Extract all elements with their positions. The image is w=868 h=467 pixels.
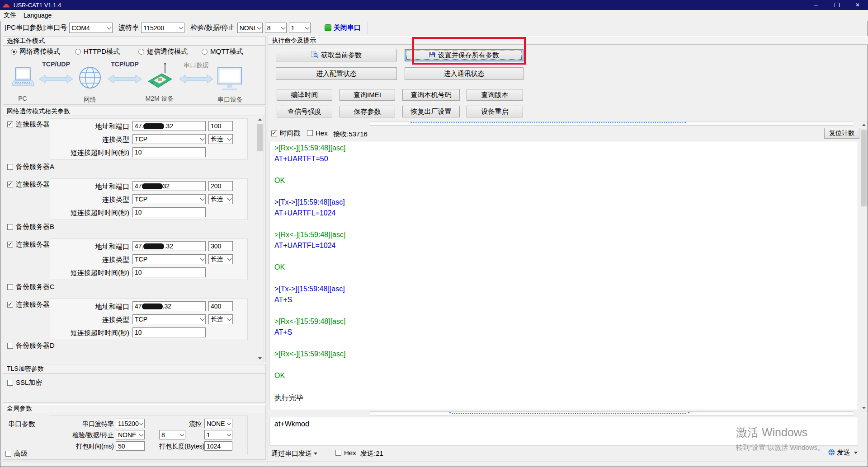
server-c-timeout-input[interactable]: 10	[132, 267, 206, 277]
pc-laptop-icon	[11, 67, 34, 94]
menu-file[interactable]: 文件	[0, 11, 20, 19]
server-b-type-select[interactable]: TCP	[132, 194, 206, 204]
conn-type-label: 连接类型	[50, 256, 129, 264]
stopbits-select[interactable]: 1	[289, 23, 311, 33]
left-panel-scrollbar[interactable]	[256, 116, 264, 362]
toolbar-separator	[368, 23, 368, 33]
com-port-select[interactable]: COM4	[69, 23, 113, 33]
scrollbar-thumb[interactable]	[861, 130, 867, 206]
chevron-down-icon	[200, 196, 205, 201]
checkbox-timestamp[interactable]: 时间戳	[271, 129, 300, 138]
checkbox-ssl[interactable]: SSL加密	[7, 378, 42, 387]
server-b-timeout-input[interactable]: 10	[132, 207, 206, 217]
global-databits-select[interactable]: 8	[159, 430, 185, 439]
server-a-type-select[interactable]: TCP	[132, 134, 206, 144]
global-parity-select[interactable]: NONE	[116, 430, 145, 439]
scrollbar-thumb[interactable]	[257, 124, 263, 151]
menu-language[interactable]: Language	[20, 12, 55, 19]
log-scrollbar[interactable]	[860, 121, 868, 412]
server-a-timeout-input[interactable]: 10	[132, 147, 206, 157]
server-d-port-input[interactable]: 400	[208, 301, 233, 311]
checkbox-connect-server-c[interactable]: 连接服务器C	[7, 240, 55, 249]
pack-length-label: 打包长度(Bytes)	[159, 443, 203, 451]
query-phone-number-button[interactable]: 查询本机号码	[402, 89, 460, 101]
enter-comm-state-button[interactable]: 进入通讯状态	[405, 67, 524, 80]
server-b-conn-mode-select[interactable]: 长连	[208, 194, 233, 204]
checkbox-connect-server-a[interactable]: 连接服务器A	[7, 120, 54, 129]
checkbox-backup-server-c[interactable]: 备份服务器C	[7, 283, 55, 291]
device-restart-button[interactable]: 设备重启	[467, 106, 523, 117]
checkbox-backup-server-a[interactable]: 备份服务器A	[7, 163, 54, 171]
server-d-type-select[interactable]: TCP	[132, 314, 206, 324]
checkbox-connect-server-d[interactable]: 连接服务器D	[7, 300, 55, 309]
log-output[interactable]: >[Rx<-][15:59:48][asc] AT+UARTFT=50 OK >…	[269, 141, 858, 410]
server-d-conn-mode-select[interactable]: 长连	[208, 314, 233, 324]
title-bar: USR-CAT1 V1.1.4 ✕	[0, 0, 868, 10]
checkbox-advanced[interactable]: 高级	[5, 449, 28, 458]
checkbox-log-hex[interactable]: Hex	[307, 129, 328, 137]
close-button[interactable]: ✕	[847, 0, 868, 10]
radio-httpd-mode[interactable]: HTTPD模式	[75, 47, 120, 56]
compile-time-button[interactable]: 编译时间	[277, 89, 332, 101]
radio-mqtt-mode[interactable]: MQTT模式	[202, 47, 243, 56]
query-version-button[interactable]: 查询版本	[467, 89, 523, 101]
scroll-up-icon[interactable]	[256, 116, 263, 123]
send-via-serial-button[interactable]: 通过串口发送	[271, 449, 317, 458]
checkbox-send-hex[interactable]: Hex	[335, 449, 356, 457]
server-d-address-input[interactable]: 47.32	[132, 301, 206, 311]
parity-select[interactable]: NONI	[237, 23, 263, 33]
log-line: OK	[274, 177, 853, 187]
minimize-button[interactable]	[806, 0, 826, 10]
scroll-down-icon[interactable]	[256, 355, 263, 362]
close-port-button[interactable]: 关闭串口	[334, 23, 361, 32]
link-label-serial-data: 串口数据	[177, 61, 215, 70]
global-stopbits-select[interactable]: 1	[204, 430, 232, 439]
enter-config-state-button[interactable]: 进入配置状态	[276, 67, 397, 80]
chevron-down-icon	[139, 420, 144, 425]
server-b-port-input[interactable]: 200	[208, 181, 233, 191]
server-b-address-input[interactable]: 4732	[132, 181, 206, 191]
databits-select[interactable]: 8	[265, 23, 287, 33]
get-current-params-button[interactable]: 获取当前参数	[276, 49, 397, 61]
pack-time-input[interactable]: 50	[116, 441, 145, 451]
query-signal-button[interactable]: 查信号强度	[277, 106, 332, 117]
server-c-type-select[interactable]: TCP	[132, 254, 206, 264]
checkbox-backup-server-d[interactable]: 备份服务器D	[7, 341, 55, 350]
scroll-down-icon[interactable]	[860, 405, 867, 411]
checkbox-connect-server-b[interactable]: 连接服务器B	[7, 180, 54, 189]
flow-control-select[interactable]: NONE	[204, 419, 232, 428]
server-a-conn-mode-select[interactable]: 长连	[208, 134, 233, 144]
server-a-address-input[interactable]: 47..32	[132, 121, 206, 131]
baud-select[interactable]: 115200	[141, 23, 184, 33]
server-a-port-input[interactable]: 100	[208, 121, 233, 131]
ip-redaction	[142, 183, 163, 189]
scroll-up-icon[interactable]	[860, 121, 867, 128]
window-title: USR-CAT1 V1.1.4	[14, 2, 61, 9]
sent-counter: 发送:21	[360, 449, 383, 458]
reset-counter-button[interactable]: 复位计数	[824, 128, 859, 139]
factory-reset-button[interactable]: 恢复出厂设置	[402, 106, 460, 117]
chevron-down-icon	[107, 25, 112, 29]
menu-bar: 文件 Language	[0, 10, 868, 21]
chevron-down-icon	[139, 432, 144, 436]
query-imei-button[interactable]: 查询IMEI	[340, 89, 395, 101]
maximize-button[interactable]	[826, 0, 847, 10]
server-c-address-input[interactable]: 47..32	[132, 241, 206, 251]
pack-length-input[interactable]: 1024	[204, 441, 232, 451]
send-button[interactable]: 发送	[828, 448, 858, 457]
server-c-port-input[interactable]: 300	[208, 241, 233, 251]
global-baud-select[interactable]: 115200	[116, 419, 145, 428]
recv-counter: 接收:53716	[333, 130, 368, 139]
checkbox-icon	[7, 224, 13, 230]
save-params-button[interactable]: 保存参数	[340, 106, 395, 117]
addr-port-label: 地址和端口	[50, 243, 129, 251]
radio-sms-mode[interactable]: 短信透传模式	[138, 47, 188, 56]
radio-net-transparent-mode[interactable]: 网络透传模式	[11, 47, 60, 56]
log-top-scrollbar[interactable]: ▲▲	[370, 121, 853, 126]
chevron-down-icon	[200, 257, 205, 261]
set-save-all-params-button[interactable]: 设置并保存所有参数	[405, 49, 524, 61]
checkbox-backup-server-b[interactable]: 备份服务器B	[7, 223, 54, 231]
server-c-conn-mode-select[interactable]: 长连	[208, 254, 233, 264]
server-d-timeout-input[interactable]: 10	[132, 327, 206, 337]
log-bottom-scrollbar[interactable]: ▼▼	[370, 411, 853, 416]
